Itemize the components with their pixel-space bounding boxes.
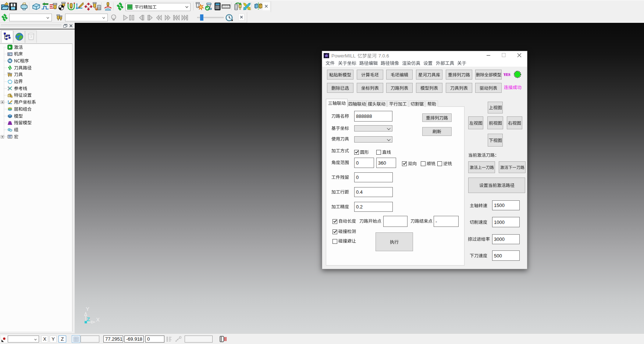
svg-text:Z: Z (86, 316, 90, 322)
svg-text:Y: Y (86, 306, 89, 312)
svg-text:X: X (96, 317, 100, 323)
